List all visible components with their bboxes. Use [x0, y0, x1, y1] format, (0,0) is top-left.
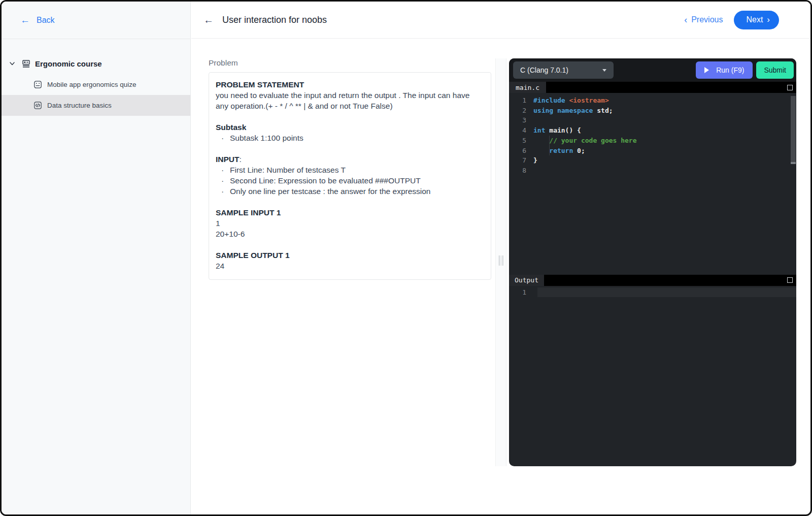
- page-title: User interaction for noobs: [222, 15, 327, 25]
- code-line: 8: [509, 166, 796, 176]
- sidebar-item-course[interactable]: Ergonomic course: [2, 53, 190, 74]
- page-header: ← User interaction for noobs ‹ Previous …: [191, 2, 810, 39]
- problem-text: 20+10-6: [216, 229, 484, 239]
- output-tab-bar: Output: [509, 275, 796, 286]
- problem-text: 24: [216, 261, 484, 271]
- problem-heading: SAMPLE OUTPUT 1: [216, 250, 484, 261]
- resizer-grip-icon: [499, 255, 503, 266]
- output-line: 1: [509, 287, 796, 298]
- sidebar-item-data-structure[interactable]: Data structure basics: [2, 95, 190, 116]
- problem-text: 1: [216, 218, 484, 229]
- tab-main-c[interactable]: main.c: [509, 82, 546, 93]
- course-label: Ergonomic course: [35, 59, 102, 68]
- problem-bullet: ·Subtask 1:100 points: [216, 133, 484, 143]
- back-label: Back: [37, 16, 55, 25]
- code-line: 6 return 0;: [509, 146, 796, 156]
- problem-bullet: ·Only one line per testcase : the answer…: [216, 186, 484, 197]
- code-line: 3: [509, 115, 796, 125]
- problem-bullet: ·Second Line: Expression to be evaluated…: [216, 175, 484, 186]
- editor-scrollbar[interactable]: [790, 93, 796, 275]
- output-area: 1: [509, 286, 796, 467]
- app-window: ← Back Ergonomic course: [0, 0, 812, 516]
- panel-resizer[interactable]: [495, 58, 506, 466]
- problem-heading: SAMPLE INPUT 1: [216, 207, 484, 218]
- course-icon: [22, 59, 30, 68]
- language-selected-value: C (Clang 7.0.1): [520, 66, 568, 74]
- editor-tab-bar: main.c: [509, 82, 796, 93]
- code-line: 7}: [509, 155, 796, 166]
- sidebar: ← Back Ergonomic course: [2, 2, 191, 514]
- maximize-output-icon[interactable]: [787, 277, 793, 283]
- header-back-arrow-icon[interactable]: ←: [204, 14, 214, 26]
- play-icon: [704, 67, 709, 73]
- code-line: 1#include <iostream>: [509, 95, 796, 106]
- indent-guide: [549, 136, 550, 155]
- sidebar-item-label: Data structure basics: [47, 102, 112, 109]
- file-tab-label: main.c: [516, 84, 539, 91]
- run-button[interactable]: Run (F9): [696, 61, 753, 79]
- code-line: 4int main() {: [509, 125, 796, 136]
- code-line: 5 // your code goes here: [509, 136, 796, 146]
- caret-down-icon: [602, 69, 606, 72]
- header-actions: ‹ Previous Next ›: [684, 11, 779, 29]
- next-label: Next: [746, 15, 763, 24]
- problem-section-label: Problem: [209, 58, 238, 68]
- quiz-icon: [33, 80, 42, 89]
- problem-heading: PROBLEM STATEMENT: [216, 79, 484, 90]
- submit-button[interactable]: Submit: [756, 61, 794, 79]
- code-area[interactable]: 1#include <iostream>2using namespace std…: [509, 93, 796, 275]
- run-label: Run (F9): [716, 66, 744, 74]
- problem-bullet: ·First Line: Number of testcases T: [216, 165, 484, 175]
- output-tab-label: Output: [515, 276, 538, 284]
- submit-label: Submit: [764, 66, 786, 74]
- code-editor-panel: C (Clang 7.0.1) Run (F9) Submit main.c: [509, 58, 796, 466]
- chevron-down-icon[interactable]: [9, 60, 16, 67]
- back-button[interactable]: ← Back: [2, 2, 190, 39]
- previous-button[interactable]: ‹ Previous: [684, 15, 723, 25]
- chevron-left-icon: ‹: [684, 15, 687, 25]
- problem-heading: INPUT:: [216, 154, 484, 165]
- previous-label: Previous: [691, 15, 723, 24]
- back-arrow-icon: ←: [20, 15, 30, 25]
- tab-output[interactable]: Output: [509, 275, 544, 286]
- language-select[interactable]: C (Clang 7.0.1): [513, 61, 614, 79]
- editor-toolbar: C (Clang 7.0.1) Run (F9) Submit: [509, 58, 796, 82]
- problem-text: you need to evaluate the input and retur…: [216, 90, 484, 111]
- sidebar-item-label: Mobile app ergonomics quize: [47, 81, 137, 88]
- problem-heading: Subtask: [216, 122, 484, 133]
- sidebar-item-quiz[interactable]: Mobile app ergonomics quize: [2, 74, 190, 95]
- maximize-editor-icon[interactable]: [787, 85, 793, 90]
- problem-card: PROBLEM STATEMENTyou need to evaluate th…: [209, 72, 491, 280]
- code-line: 2using namespace std;: [509, 106, 796, 116]
- next-button[interactable]: Next ›: [734, 11, 779, 29]
- code-icon: [33, 101, 42, 110]
- chevron-right-icon: ›: [767, 15, 770, 25]
